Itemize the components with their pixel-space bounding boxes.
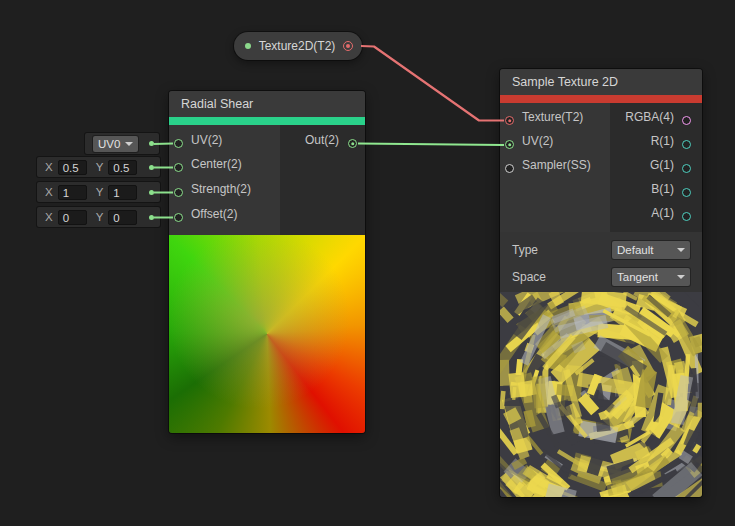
uv-input-label: UV(2)	[522, 134, 553, 148]
strength-input-label: Strength(2)	[191, 182, 251, 196]
texture-wire[interactable]	[361, 46, 504, 121]
a-output-port-icon[interactable]	[682, 212, 691, 221]
uv-input-label: UV(2)	[191, 133, 222, 147]
shader-graph-canvas[interactable]: Texture2D(T2) Radial Shear UV(2) Center(…	[0, 0, 735, 526]
r-output-label: R(1)	[651, 134, 674, 148]
offset-input-label: Offset(2)	[191, 207, 237, 221]
strength-y-label: Y	[96, 186, 104, 198]
a-output-label: A(1)	[651, 206, 674, 220]
g-output-label: G(1)	[650, 158, 674, 172]
strength-y-field[interactable]: 1	[108, 185, 137, 200]
property-node-label: Texture2D(T2)	[251, 39, 343, 53]
sample-preview-canvas	[500, 292, 702, 497]
uv-channel-value: UV0	[98, 138, 120, 150]
space-dropdown[interactable]: Tangent	[612, 268, 690, 286]
rgba-output-port-icon[interactable]	[682, 116, 691, 125]
center-x-field[interactable]: 0.5	[58, 160, 87, 175]
strength-x-label: X	[45, 186, 53, 198]
sampler-input-label: Sampler(SS)	[522, 158, 591, 172]
texture-input-label: Texture(T2)	[522, 110, 583, 124]
sample-texture-header[interactable]: Sample Texture 2D	[500, 69, 702, 95]
center-widget-dot-icon	[149, 165, 154, 170]
offset-y-label: Y	[96, 211, 104, 223]
type-dropdown-arrow-icon	[677, 248, 685, 252]
texture-input-port-icon[interactable]	[505, 116, 514, 125]
center-value-widget: X 0.5 Y 0.5	[37, 157, 160, 177]
uv-channel-widget: UV0	[85, 133, 159, 154]
radial-shear-node[interactable]: Radial Shear UV(2) Center(2) Strength(2)…	[169, 91, 365, 433]
space-dropdown-arrow-icon	[677, 275, 685, 279]
type-label: Type	[512, 243, 538, 257]
strength-value-widget: X 1 Y 1	[37, 182, 160, 202]
center-input-label: Center(2)	[191, 157, 242, 171]
offset-widget-dot-icon	[149, 215, 154, 220]
strength-input-port-icon[interactable]	[174, 188, 183, 197]
sample-texture-title: Sample Texture 2D	[512, 75, 618, 89]
sample-texture-2d-node[interactable]: Sample Texture 2D Texture(T2) UV(2) Samp…	[500, 69, 702, 497]
type-dropdown-value: Default	[617, 244, 653, 256]
uv-input-port-icon[interactable]	[505, 140, 514, 149]
radial-shear-title: Radial Shear	[181, 97, 253, 111]
uv-dropdown-arrow-icon	[125, 142, 133, 146]
uv-wire[interactable]	[358, 144, 504, 146]
radial-shear-header[interactable]: Radial Shear	[169, 91, 365, 117]
g-output-port-icon[interactable]	[682, 164, 691, 173]
strength-x-field[interactable]: 1	[58, 185, 87, 200]
center-input-port-icon[interactable]	[174, 163, 183, 172]
b-output-label: B(1)	[651, 182, 674, 196]
uv-widget-dot-icon	[149, 141, 154, 146]
offset-y-field[interactable]: 0	[108, 210, 137, 225]
b-output-port-icon[interactable]	[682, 188, 691, 197]
rgba-output-label: RGBA(4)	[625, 110, 674, 124]
texture2d-output-port-icon[interactable]	[343, 41, 353, 51]
center-x-label: X	[45, 161, 53, 173]
center-y-field[interactable]: 0.5	[108, 160, 137, 175]
sampler-input-port-icon[interactable]	[505, 164, 514, 173]
node-accent-bar	[500, 95, 702, 103]
type-dropdown[interactable]: Default	[612, 241, 690, 259]
out-port-icon[interactable]	[348, 139, 357, 148]
radial-shear-preview	[169, 235, 365, 433]
offset-x-label: X	[45, 211, 53, 223]
node-accent-bar	[169, 117, 365, 125]
offset-x-field[interactable]: 0	[58, 210, 87, 225]
out-label: Out(2)	[305, 133, 339, 147]
r-output-port-icon[interactable]	[682, 140, 691, 149]
offset-value-widget: X 0 Y 0	[37, 207, 160, 227]
uv-input-port-icon[interactable]	[174, 139, 183, 148]
space-dropdown-value: Tangent	[617, 271, 658, 283]
uv-channel-dropdown[interactable]: UV0	[93, 136, 138, 152]
space-label: Space	[512, 270, 546, 284]
texture2d-property-node[interactable]: Texture2D(T2)	[234, 32, 362, 60]
strength-widget-dot-icon	[149, 190, 154, 195]
offset-input-port-icon[interactable]	[174, 213, 183, 222]
center-y-label: Y	[96, 161, 104, 173]
